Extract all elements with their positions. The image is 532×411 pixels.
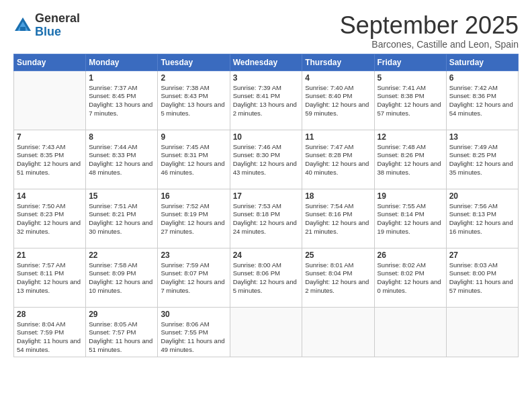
week-row-3: 21Sunrise: 7:57 AM Sunset: 8:11 PM Dayli… bbox=[14, 248, 519, 307]
day-number: 28 bbox=[17, 310, 83, 319]
day-number: 14 bbox=[17, 191, 83, 201]
week-row-0: 1Sunrise: 7:37 AM Sunset: 8:45 PM Daylig… bbox=[14, 71, 519, 130]
day-cell: 10Sunrise: 7:46 AM Sunset: 8:30 PM Dayli… bbox=[230, 130, 302, 189]
week-row-2: 14Sunrise: 7:50 AM Sunset: 8:23 PM Dayli… bbox=[14, 189, 519, 248]
day-info: Sunrise: 8:05 AM Sunset: 7:57 PM Dayligh… bbox=[89, 320, 154, 355]
day-number: 21 bbox=[17, 250, 83, 260]
calendar-table: SundayMondayTuesdayWednesdayThursdayFrid… bbox=[13, 54, 519, 357]
day-cell: 26Sunrise: 8:02 AM Sunset: 8:02 PM Dayli… bbox=[374, 248, 446, 307]
day-info: Sunrise: 8:03 AM Sunset: 8:00 PM Dayligh… bbox=[449, 261, 515, 295]
weekday-header-monday: Monday bbox=[86, 54, 158, 71]
weekday-header-thursday: Thursday bbox=[302, 54, 374, 71]
day-number: 6 bbox=[449, 73, 515, 83]
day-number: 20 bbox=[449, 191, 515, 201]
day-info: Sunrise: 8:01 AM Sunset: 8:04 PM Dayligh… bbox=[305, 261, 371, 295]
day-info: Sunrise: 7:39 AM Sunset: 8:41 PM Dayligh… bbox=[233, 84, 300, 118]
day-cell: 16Sunrise: 7:52 AM Sunset: 8:19 PM Dayli… bbox=[158, 189, 230, 248]
day-number: 13 bbox=[449, 132, 515, 142]
day-info: Sunrise: 7:55 AM Sunset: 8:14 PM Dayligh… bbox=[378, 202, 443, 236]
day-number: 17 bbox=[233, 191, 300, 201]
title-block: September 2025 Barcones, Castille and Le… bbox=[340, 12, 519, 50]
day-cell: 20Sunrise: 7:56 AM Sunset: 8:13 PM Dayli… bbox=[446, 189, 518, 248]
day-info: Sunrise: 7:42 AM Sunset: 8:36 PM Dayligh… bbox=[449, 84, 515, 118]
day-info: Sunrise: 7:44 AM Sunset: 8:33 PM Dayligh… bbox=[89, 143, 154, 177]
page-container: General Blue September 2025 Barcones, Ca… bbox=[0, 0, 532, 364]
day-number: 26 bbox=[378, 250, 443, 260]
day-cell: 29Sunrise: 8:05 AM Sunset: 7:57 PM Dayli… bbox=[86, 307, 158, 357]
day-number: 8 bbox=[89, 132, 154, 142]
day-info: Sunrise: 8:04 AM Sunset: 7:59 PM Dayligh… bbox=[17, 320, 83, 355]
day-info: Sunrise: 7:58 AM Sunset: 8:09 PM Dayligh… bbox=[89, 261, 154, 295]
svg-rect-2 bbox=[20, 27, 26, 31]
day-cell bbox=[374, 307, 446, 357]
weekday-header-sunday: Sunday bbox=[14, 54, 86, 71]
day-info: Sunrise: 7:53 AM Sunset: 8:18 PM Dayligh… bbox=[233, 202, 300, 236]
day-cell: 21Sunrise: 7:57 AM Sunset: 8:11 PM Dayli… bbox=[14, 248, 86, 307]
header: General Blue September 2025 Barcones, Ca… bbox=[13, 12, 519, 50]
day-cell: 25Sunrise: 8:01 AM Sunset: 8:04 PM Dayli… bbox=[302, 248, 374, 307]
day-number: 24 bbox=[233, 250, 300, 260]
day-info: Sunrise: 7:47 AM Sunset: 8:28 PM Dayligh… bbox=[305, 143, 371, 177]
day-info: Sunrise: 7:37 AM Sunset: 8:45 PM Dayligh… bbox=[89, 84, 154, 118]
logo-icon bbox=[13, 16, 32, 35]
day-cell: 23Sunrise: 7:59 AM Sunset: 8:07 PM Dayli… bbox=[158, 248, 230, 307]
day-number: 15 bbox=[89, 191, 154, 201]
day-number: 30 bbox=[161, 310, 226, 319]
month-title: September 2025 bbox=[340, 12, 519, 39]
day-cell bbox=[302, 307, 374, 357]
day-number: 11 bbox=[305, 132, 371, 142]
day-cell bbox=[446, 307, 518, 357]
location: Barcones, Castille and Leon, Spain bbox=[340, 39, 519, 50]
weekday-header-tuesday: Tuesday bbox=[158, 54, 230, 71]
day-cell: 11Sunrise: 7:47 AM Sunset: 8:28 PM Dayli… bbox=[302, 130, 374, 189]
day-number: 23 bbox=[161, 250, 226, 260]
day-number: 1 bbox=[89, 73, 154, 83]
day-number: 18 bbox=[305, 191, 371, 201]
day-cell: 8Sunrise: 7:44 AM Sunset: 8:33 PM Daylig… bbox=[86, 130, 158, 189]
weekday-header-friday: Friday bbox=[374, 54, 446, 71]
logo-general: General bbox=[35, 12, 80, 26]
logo-blue: Blue bbox=[35, 26, 80, 39]
day-info: Sunrise: 7:54 AM Sunset: 8:16 PM Dayligh… bbox=[305, 202, 371, 236]
day-number: 27 bbox=[449, 250, 515, 260]
day-cell: 2Sunrise: 7:38 AM Sunset: 8:43 PM Daylig… bbox=[158, 71, 230, 130]
logo-text: General Blue bbox=[35, 12, 80, 39]
day-cell: 30Sunrise: 8:06 AM Sunset: 7:55 PM Dayli… bbox=[158, 307, 230, 357]
day-cell: 4Sunrise: 7:40 AM Sunset: 8:40 PM Daylig… bbox=[302, 71, 374, 130]
week-row-1: 7Sunrise: 7:43 AM Sunset: 8:35 PM Daylig… bbox=[14, 130, 519, 189]
day-info: Sunrise: 7:56 AM Sunset: 8:13 PM Dayligh… bbox=[449, 202, 515, 236]
logo: General Blue bbox=[13, 12, 80, 39]
weekday-header-row: SundayMondayTuesdayWednesdayThursdayFrid… bbox=[14, 54, 519, 71]
day-number: 22 bbox=[89, 250, 154, 260]
day-number: 3 bbox=[233, 73, 300, 83]
weekday-header-wednesday: Wednesday bbox=[230, 54, 302, 71]
day-number: 19 bbox=[378, 191, 443, 201]
day-info: Sunrise: 7:41 AM Sunset: 8:38 PM Dayligh… bbox=[378, 84, 443, 118]
day-cell: 22Sunrise: 7:58 AM Sunset: 8:09 PM Dayli… bbox=[86, 248, 158, 307]
day-number: 10 bbox=[233, 132, 300, 142]
day-number: 4 bbox=[305, 73, 371, 83]
day-cell bbox=[14, 71, 86, 130]
day-info: Sunrise: 7:57 AM Sunset: 8:11 PM Dayligh… bbox=[17, 261, 83, 295]
day-info: Sunrise: 7:48 AM Sunset: 8:26 PM Dayligh… bbox=[378, 143, 443, 177]
day-info: Sunrise: 7:49 AM Sunset: 8:25 PM Dayligh… bbox=[449, 143, 515, 177]
day-cell: 18Sunrise: 7:54 AM Sunset: 8:16 PM Dayli… bbox=[302, 189, 374, 248]
day-info: Sunrise: 7:40 AM Sunset: 8:40 PM Dayligh… bbox=[305, 84, 371, 118]
day-cell bbox=[230, 307, 302, 357]
day-info: Sunrise: 7:59 AM Sunset: 8:07 PM Dayligh… bbox=[161, 261, 226, 295]
day-info: Sunrise: 8:00 AM Sunset: 8:06 PM Dayligh… bbox=[233, 261, 300, 295]
day-info: Sunrise: 7:46 AM Sunset: 8:30 PM Dayligh… bbox=[233, 143, 300, 177]
week-row-4: 28Sunrise: 8:04 AM Sunset: 7:59 PM Dayli… bbox=[14, 307, 519, 357]
day-cell: 3Sunrise: 7:39 AM Sunset: 8:41 PM Daylig… bbox=[230, 71, 302, 130]
day-number: 25 bbox=[305, 250, 371, 260]
day-cell: 1Sunrise: 7:37 AM Sunset: 8:45 PM Daylig… bbox=[86, 71, 158, 130]
day-cell: 13Sunrise: 7:49 AM Sunset: 8:25 PM Dayli… bbox=[446, 130, 518, 189]
day-cell: 28Sunrise: 8:04 AM Sunset: 7:59 PM Dayli… bbox=[14, 307, 86, 357]
day-info: Sunrise: 8:02 AM Sunset: 8:02 PM Dayligh… bbox=[378, 261, 443, 295]
day-number: 9 bbox=[161, 132, 226, 142]
day-number: 7 bbox=[17, 132, 83, 142]
day-number: 16 bbox=[161, 191, 226, 201]
day-info: Sunrise: 7:45 AM Sunset: 8:31 PM Dayligh… bbox=[161, 143, 226, 177]
day-info: Sunrise: 7:43 AM Sunset: 8:35 PM Dayligh… bbox=[17, 143, 83, 177]
day-info: Sunrise: 8:06 AM Sunset: 7:55 PM Dayligh… bbox=[161, 320, 226, 355]
